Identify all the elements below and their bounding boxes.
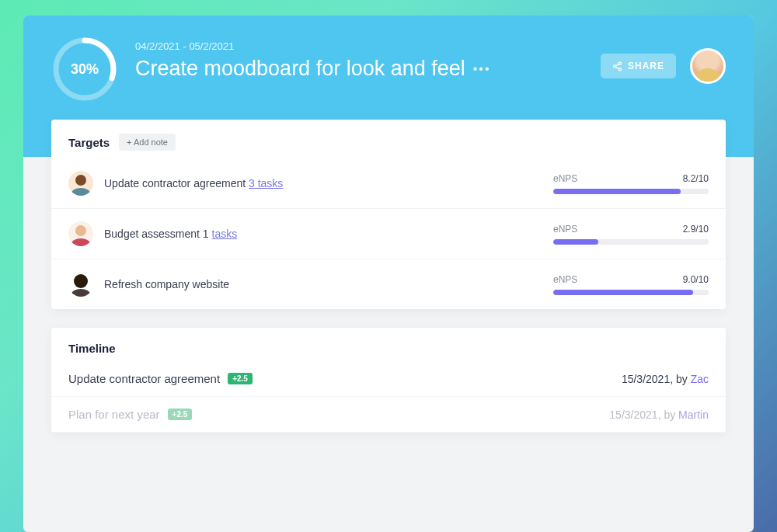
timeline-user-link[interactable]: Zac — [691, 373, 709, 385]
header-actions: SHARE — [601, 36, 726, 84]
progress-percent: 30% — [51, 36, 118, 103]
timeline-item-title: Plan for next year — [68, 408, 160, 421]
add-note-button[interactable]: + Add note — [119, 134, 176, 151]
timeline-row[interactable]: Plan for next year +2.5 15/3/2021, by Ma… — [51, 397, 726, 433]
target-title: Budget assessment 1 — [104, 228, 212, 240]
target-text: Refresh company website — [104, 278, 553, 290]
metric-score: 8.2/10 — [683, 173, 709, 184]
target-row[interactable]: Refresh company website eNPS 9.0/10 — [51, 259, 726, 309]
svg-line-6 — [616, 67, 619, 68]
metric-bar — [553, 239, 709, 245]
title-block: 04/2/2021 - 05/2/2021 Create moodboard f… — [135, 36, 584, 81]
timeline-item-title: Update contractor agreement — [68, 372, 220, 385]
timeline-title: Timeline — [68, 342, 709, 355]
timeline-card: Timeline Update contractor agreement +2.… — [51, 328, 726, 433]
more-icon[interactable]: ••• — [473, 62, 491, 76]
by-label: , by — [670, 373, 690, 385]
timeline-row[interactable]: Update contractor agreement +2.5 15/3/20… — [51, 361, 726, 397]
targets-title: Targets — [68, 136, 110, 149]
target-text: Update contractor agreement 3 tasks — [104, 177, 553, 190]
timeline-date: 15/3/2021 — [609, 409, 657, 421]
delta-badge: +2.5 — [228, 373, 253, 384]
page-title: Create moodboard for look and feel ••• — [135, 57, 584, 81]
share-button[interactable]: SHARE — [601, 54, 676, 78]
targets-card: Targets + Add note Update contractor agr… — [51, 120, 726, 309]
metric-score: 2.9/10 — [683, 224, 709, 235]
tasks-link[interactable]: tasks — [212, 228, 238, 240]
target-title: Refresh company website — [104, 278, 229, 290]
metric-label: eNPS — [553, 173, 577, 184]
metric-label: eNPS — [553, 224, 577, 235]
targets-card-head: Targets + Add note — [51, 120, 726, 158]
assignee-avatar — [68, 272, 93, 297]
share-label: SHARE — [628, 61, 664, 71]
svg-point-2 — [618, 62, 621, 64]
content: Targets + Add note Update contractor agr… — [23, 120, 754, 433]
assignee-avatar — [68, 171, 93, 196]
target-row[interactable]: Budget assessment 1 tasks eNPS 2.9/10 — [51, 209, 726, 259]
tasks-link[interactable]: 3 tasks — [249, 177, 283, 190]
by-label: , by — [658, 409, 678, 421]
app-window: 30% 04/2/2021 - 05/2/2021 Create moodboa… — [23, 16, 754, 532]
target-row[interactable]: Update contractor agreement 3 tasks eNPS… — [51, 158, 726, 209]
timeline-card-head: Timeline — [51, 328, 726, 361]
assignee-avatar — [68, 221, 93, 246]
delta-badge: +2.5 — [168, 409, 193, 420]
timeline-meta: 15/3/2021, by Martin — [609, 409, 709, 421]
progress-ring: 30% — [51, 36, 118, 103]
target-title: Update contractor agreement — [104, 177, 249, 190]
svg-line-5 — [616, 64, 619, 65]
svg-point-3 — [614, 64, 616, 67]
metric-label: eNPS — [553, 274, 577, 285]
user-avatar[interactable] — [690, 48, 726, 84]
metric-block: eNPS 2.9/10 — [553, 224, 709, 245]
timeline-user-link[interactable]: Martin — [678, 409, 709, 421]
page-title-text: Create moodboard for look and feel — [135, 57, 465, 81]
timeline-meta: 15/3/2021, by Zac — [622, 373, 709, 385]
metric-block: eNPS 9.0/10 — [553, 274, 709, 295]
date-range: 04/2/2021 - 05/2/2021 — [135, 40, 584, 52]
metric-block: eNPS 8.2/10 — [553, 173, 709, 194]
svg-point-4 — [618, 68, 621, 70]
metric-score: 9.0/10 — [683, 274, 709, 285]
metric-bar — [553, 189, 709, 194]
target-text: Budget assessment 1 tasks — [104, 228, 553, 240]
timeline-date: 15/3/2021 — [622, 373, 670, 385]
metric-bar — [553, 290, 709, 295]
share-icon — [612, 61, 622, 71]
